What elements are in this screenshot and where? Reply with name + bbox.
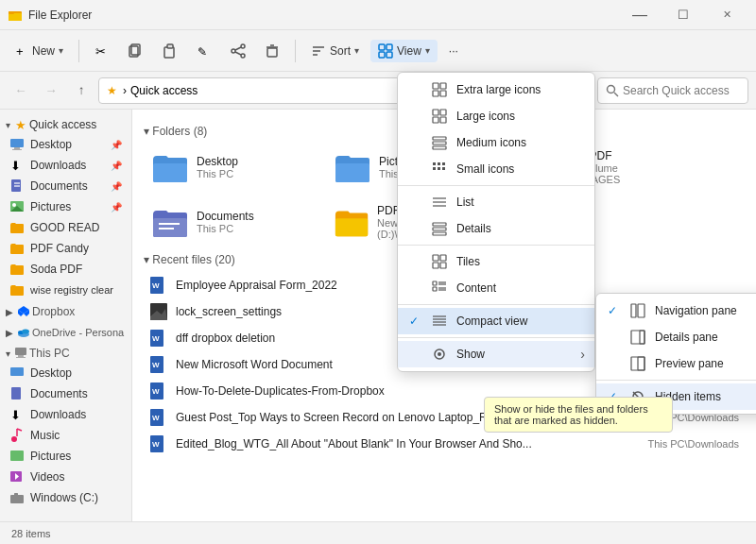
search-input[interactable]: [623, 84, 736, 97]
sidebar-item-pc-desktop[interactable]: Desktop: [2, 363, 129, 383]
cut-button[interactable]: ✂: [87, 40, 117, 62]
word-icon-1: W: [149, 276, 168, 295]
paste-icon: [163, 43, 178, 59]
more-button[interactable]: ···: [441, 41, 466, 61]
svg-rect-8: [167, 44, 173, 48]
show-submenu: ✓ Navigation pane Details pane Preview p…: [595, 293, 756, 415]
svg-text:⬇: ⬇: [10, 159, 21, 173]
dropbox-expand[interactable]: ▶ Dropbox: [0, 302, 131, 321]
svg-rect-30: [12, 149, 22, 150]
new-button[interactable]: + New ▾: [8, 41, 71, 61]
menu-sep-3: [398, 304, 594, 305]
folder-desktop-path: This PC: [197, 168, 238, 179]
sort-button[interactable]: Sort ▾: [303, 40, 367, 62]
svg-rect-88: [433, 142, 446, 144]
menu-item-content[interactable]: Content: [398, 275, 594, 301]
submenu-item-nav-pane[interactable]: ✓ Navigation pane: [596, 298, 756, 324]
sidebar-item-pc-pictures[interactable]: Pictures: [2, 446, 129, 467]
check-compact: ✓: [409, 314, 422, 328]
forward-button[interactable]: →: [38, 77, 64, 104]
menu-item-show[interactable]: Show: [398, 341, 594, 367]
sidebar-item-pc-documents[interactable]: Documents: [2, 383, 129, 404]
up-button[interactable]: ↑: [68, 77, 94, 104]
copy-icon: [129, 43, 144, 59]
svg-rect-48: [11, 387, 21, 400]
copy-button[interactable]: [121, 40, 151, 62]
onedrive-expand[interactable]: ▶ OneDrive - Persona: [0, 323, 131, 342]
svg-point-50: [11, 436, 17, 442]
sidebar-item-downloads[interactable]: ⬇ Downloads 📌: [2, 155, 129, 176]
file-location-7: This PC\Downloads: [588, 438, 739, 450]
rename-icon: ✎: [197, 43, 212, 59]
pc-downloads-label: Downloads: [30, 408, 86, 421]
sidebar-item-good-read[interactable]: GOOD READ: [2, 217, 129, 238]
item-count: 28 items: [11, 528, 51, 539]
submenu-item-details-pane[interactable]: Details pane: [596, 324, 756, 350]
sidebar-item-pc-downloads[interactable]: ⬇ Downloads: [2, 404, 129, 425]
menu-item-medium[interactable]: Medium icons: [398, 129, 594, 156]
sidebar-good-read-label: GOOD READ: [30, 221, 99, 234]
svg-text:⬇: ⬇: [10, 408, 21, 422]
this-pc-expand[interactable]: ▾ This PC: [0, 344, 131, 363]
close-button[interactable]: ✕: [705, 0, 748, 30]
back-button[interactable]: ←: [8, 77, 34, 104]
sidebar-item-wise[interactable]: wise registry clear: [2, 280, 129, 300]
svg-rect-59: [335, 163, 369, 182]
sidebar-soda-label: Soda PDF: [30, 263, 82, 276]
quick-access-star-icon: ★: [14, 118, 27, 131]
onedrive-icon: [17, 326, 30, 339]
svg-rect-123: [638, 357, 644, 370]
svg-rect-89: [433, 146, 446, 149]
this-pc-icon: [14, 347, 27, 360]
sidebar-item-documents[interactable]: Documents 📌: [2, 176, 129, 196]
quick-access-section: ▾ ★ Quick access Desktop 📌 ⬇ Downloads 📌…: [0, 115, 131, 300]
sidebar-item-pdf-candy[interactable]: PDF Candy: [2, 238, 129, 259]
delete-button[interactable]: [257, 40, 287, 62]
pc-desktop-icon: [9, 366, 25, 381]
maximize-button[interactable]: ☐: [662, 0, 705, 30]
svg-text:+: +: [16, 44, 24, 58]
svg-rect-46: [16, 357, 26, 358]
onedrive-section: ▶ OneDrive - Persona: [0, 323, 131, 342]
rename-button[interactable]: ✎: [189, 40, 219, 62]
folder-desktop-icon: [151, 150, 189, 184]
folder-item-documents[interactable]: Documents This PC: [144, 198, 318, 246]
menu-item-small[interactable]: Small icons: [398, 156, 594, 182]
menu-item-list[interactable]: List: [398, 189, 594, 215]
svg-rect-45: [18, 355, 24, 357]
menu-extra-large-label: Extra large icons: [456, 83, 541, 96]
sidebar-item-soda-pdf[interactable]: Soda PDF: [2, 259, 129, 280]
search-icon: [606, 84, 619, 97]
view-button[interactable]: View ▾: [370, 40, 438, 62]
svg-rect-56: [10, 495, 24, 503]
menu-item-compact[interactable]: ✓ Compact view: [398, 308, 594, 334]
sidebar-item-pc-videos[interactable]: Videos: [2, 467, 129, 487]
menu-item-large[interactable]: Large icons: [398, 103, 594, 129]
sidebar-pictures-label: Pictures: [30, 200, 71, 213]
svg-rect-100: [433, 228, 446, 230]
sidebar-item-pictures[interactable]: Pictures 📌: [2, 196, 129, 217]
folder-yellow-icon: [9, 220, 25, 235]
svg-rect-1: [9, 13, 22, 21]
file-item-7[interactable]: W Edited_Blog_WTG_All About "About Blank…: [144, 431, 745, 457]
share-button[interactable]: [223, 40, 253, 62]
menu-item-extra-large[interactable]: Extra large icons: [398, 76, 594, 103]
folder-item-desktop[interactable]: Desktop This PC: [144, 144, 318, 191]
svg-rect-109: [433, 287, 437, 291]
pc-music-icon: [9, 428, 25, 443]
submenu-sep: [596, 380, 756, 381]
submenu-item-preview-pane[interactable]: Preview pane: [596, 350, 756, 377]
sidebar-documents-label: Documents: [30, 179, 88, 193]
quick-access-expand[interactable]: ▾ ★ Quick access: [0, 115, 131, 134]
desktop-icon: [9, 137, 25, 152]
sidebar-item-pc-windows[interactable]: Windows (C:): [2, 487, 129, 508]
sidebar-item-pc-music[interactable]: Music: [2, 425, 129, 446]
menu-item-tiles[interactable]: Tiles: [398, 248, 594, 275]
sidebar-item-desktop[interactable]: Desktop 📌: [2, 134, 129, 155]
search-box[interactable]: [597, 77, 748, 104]
paste-button[interactable]: [155, 40, 185, 62]
svg-rect-94: [438, 167, 440, 170]
pc-documents-label: Documents: [30, 387, 88, 400]
menu-item-details[interactable]: Details: [398, 215, 594, 242]
minimize-button[interactable]: —: [618, 0, 662, 30]
